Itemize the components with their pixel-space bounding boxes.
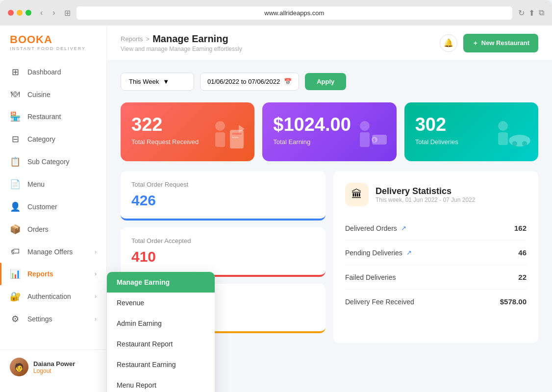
restaurant-icon: 🏪 (10, 111, 21, 122)
dropdown-item-manage-earning[interactable]: Manage Earning (107, 272, 215, 293)
chevron-right-icon: › (95, 293, 97, 300)
logo-text: BOOKA (10, 33, 97, 46)
week-filter-label: This Week (129, 78, 159, 85)
forward-button[interactable]: › (50, 6, 58, 19)
logo-tagline: INSTANT FOOD DELIVERY (10, 46, 97, 51)
reports-dropdown: Manage Earning Revenue Admin Earning Res… (107, 272, 215, 392)
dropdown-item-revenue[interactable]: Revenue (107, 293, 215, 313)
share-button[interactable]: ⬆ (528, 8, 535, 18)
apply-button[interactable]: Apply (305, 73, 346, 90)
external-link-icon[interactable]: ↗ (401, 224, 406, 232)
delivery-stats-header: 🏛 Delivery Statistics This week, 01 Jun … (345, 183, 527, 206)
dropdown-item-menu-report[interactable]: Menu Report (107, 375, 215, 392)
svg-point-14 (512, 141, 517, 146)
plus-icon: ＋ (472, 39, 478, 48)
sidebar-item-label: Menu (27, 180, 45, 188)
sidebar-item-manage-offers[interactable]: 🏷 Manage Offers › (0, 241, 106, 263)
order-stat-num-request: 426 (131, 192, 315, 209)
sidebar-item-reports[interactable]: 📊 Reports › (0, 263, 106, 285)
sidebar-toggle[interactable]: ⊞ (64, 8, 71, 18)
svg-text:$: $ (373, 138, 376, 143)
breadcrumb: Reports > Manage Earning (121, 33, 242, 45)
sidebar-footer: 🧑 Daiana Power Logout (0, 349, 106, 384)
auth-icon: 🔐 (10, 291, 21, 302)
dashboard-icon: ⊞ (10, 67, 21, 77)
sidebar-item-category[interactable]: ⊟ Category (0, 128, 106, 150)
sidebar-item-settings[interactable]: ⚙ Settings › (0, 308, 106, 330)
sidebar-item-label: Settings (27, 315, 52, 323)
delivery-subtitle: This week, 01 Jun 2022 - 07 Jun 2022 (376, 196, 475, 203)
sidebar-item-customer[interactable]: 👤 Customer (0, 196, 106, 218)
svg-rect-1 (215, 132, 225, 147)
dropdown-item-restaurant-earning[interactable]: Restaurant Earning (107, 354, 215, 375)
dot-green[interactable] (25, 10, 31, 16)
topbar: Reports > Manage Earning View and manage… (107, 25, 552, 61)
address-bar[interactable]: www.allrideapps.com (76, 6, 512, 20)
svg-point-11 (498, 121, 508, 131)
week-filter-select[interactable]: This Week ▼ (121, 73, 194, 91)
new-restaurant-button[interactable]: ＋ New Restaurant (463, 34, 538, 52)
date-range-value: 01/06/2022 to 07/06/2022 (207, 78, 280, 85)
refresh-button[interactable]: ↻ (518, 8, 525, 18)
notification-bell-button[interactable]: 🔔 (440, 34, 457, 52)
svg-point-6 (360, 121, 370, 131)
sidebar-item-label: Sub Category (27, 158, 70, 166)
sidebar-item-label: Customer (27, 203, 57, 211)
page-title: Manage Earning (152, 33, 228, 45)
sidebar-item-menu[interactable]: 📄 Menu (0, 173, 106, 196)
svg-rect-7 (360, 132, 370, 147)
customer-icon: 👤 (10, 201, 21, 212)
sidebar: BOOKA INSTANT FOOD DELIVERY ⊞ Dashboard … (0, 25, 107, 392)
calendar-icon: 📅 (284, 78, 292, 85)
page-subtitle: View and manage Manage Earning effortles… (121, 46, 242, 52)
stat-card-earning: $1024.00 Total Earning $ (262, 102, 396, 161)
dot-yellow[interactable] (17, 10, 23, 16)
svg-point-13 (509, 135, 530, 147)
new-restaurant-label: New Restaurant (481, 39, 529, 47)
sidebar-item-label: Reports (27, 270, 53, 278)
sidebar-item-subcategory[interactable]: 📋 Sub Category (0, 150, 106, 173)
back-button[interactable]: ‹ (37, 6, 46, 19)
stat-cards: 322 Total Request Received (121, 102, 538, 161)
chevron-down-icon: ▼ (163, 78, 169, 85)
delivery-icon: 🏛 (345, 183, 369, 206)
user-name: Daiana Power (33, 360, 75, 368)
sidebar-item-label: Restaurant (27, 113, 61, 121)
delivered-orders-label: Delivered Orders ↗ (345, 224, 406, 232)
sidebar-item-label: Cuisine (27, 91, 50, 98)
subcategory-icon: 📋 (10, 156, 21, 167)
offers-icon: 🏷 (10, 246, 21, 257)
sidebar-item-authentication[interactable]: 🔐 Authentication › (0, 285, 106, 308)
sidebar-item-label: Authentication (27, 293, 71, 300)
delivery-row-pending: Pending Deliveries ↗ 46 (345, 241, 527, 265)
sidebar-item-label: Category (27, 135, 55, 143)
browser-dots (8, 10, 31, 16)
svg-rect-12 (498, 132, 508, 145)
dropdown-item-restaurant-report[interactable]: Restaurant Report (107, 334, 215, 354)
dot-red[interactable] (8, 10, 14, 16)
delivery-row-fee: Delivery Fee Received $578.00 (345, 290, 527, 314)
svg-point-15 (522, 141, 527, 146)
logout-button[interactable]: Logout (33, 368, 75, 374)
sidebar-item-restaurant[interactable]: 🏪 Restaurant (0, 105, 106, 128)
stat-icon-request (205, 115, 250, 161)
avatar-image: 🧑 (10, 358, 28, 376)
sidebar-item-dashboard[interactable]: ⊞ Dashboard (0, 61, 106, 83)
category-icon: ⊟ (10, 134, 21, 145)
logo-area: BOOKA INSTANT FOOD DELIVERY (0, 33, 106, 61)
external-link-icon[interactable]: ↗ (406, 249, 412, 256)
delivery-row-failed: Failed Deliveries 22 (345, 265, 527, 290)
failed-deliveries-label: Failed Deliveries (345, 273, 396, 281)
date-range-input[interactable]: 01/06/2022 to 07/06/2022 📅 (200, 73, 299, 91)
sidebar-item-cuisine[interactable]: 🍽 Cuisine (0, 83, 106, 105)
delivery-title: Delivery Statistics (376, 186, 475, 196)
cuisine-icon: 🍽 (10, 89, 21, 99)
delivered-orders-value: 162 (514, 224, 527, 232)
reports-icon: 📊 (10, 269, 21, 279)
pending-deliveries-text: Pending Deliveries (345, 249, 402, 257)
tabs-button[interactable]: ⧉ (539, 8, 544, 18)
sidebar-item-label: Manage Offers (27, 248, 73, 256)
dropdown-item-admin-earning[interactable]: Admin Earning (107, 313, 215, 334)
sidebar-item-orders[interactable]: 📦 Orders (0, 218, 106, 241)
menu-icon: 📄 (10, 179, 21, 190)
